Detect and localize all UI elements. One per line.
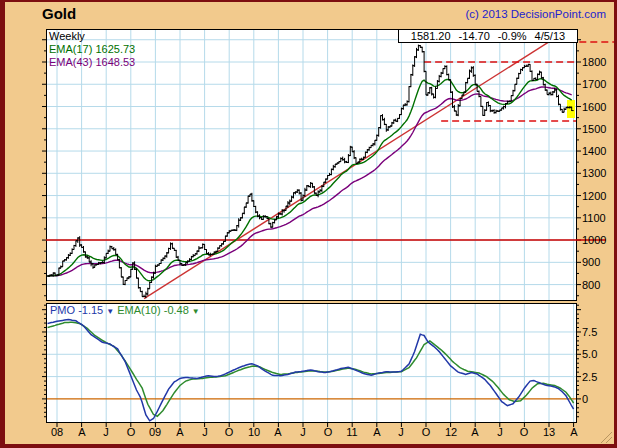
pmo-ema-label: EMA(10) <box>117 304 160 316</box>
quote-last: 1581.20 <box>411 30 451 42</box>
x-axis-label: 11 <box>342 426 362 438</box>
price-legend: Weekly EMA(17) 1625.73 EMA(43) 1648.53 <box>49 30 135 69</box>
resize-grip-icon[interactable] <box>599 431 613 444</box>
chart-title: Gold <box>42 5 76 22</box>
ema17-legend: EMA(17) 1625.73 <box>49 43 135 56</box>
ema43-legend: EMA(43) 1648.53 <box>49 56 135 69</box>
x-axis-label: J <box>391 426 411 438</box>
price-axis-label: 1300 <box>582 167 606 179</box>
pmo-axis-label: 0 <box>582 393 588 405</box>
x-axis-label: A <box>367 426 387 438</box>
x-axis-label: J <box>293 426 313 438</box>
pmo-legend: PMO -1.15 ▼ EMA(10) -0.48 ▼ <box>50 304 200 316</box>
quote-percent: -0.9% <box>498 30 527 42</box>
x-axis-label: O <box>219 426 239 438</box>
pmo-value: -1.15 <box>78 304 103 316</box>
price-axis-label: 1500 <box>582 123 606 135</box>
price-axis-label: 1200 <box>582 190 606 202</box>
x-axis-label: A <box>465 426 485 438</box>
x-axis-label: A <box>564 426 584 438</box>
x-axis-label: 09 <box>145 426 165 438</box>
last-quote-box: 1581.20-14.70-0.9%4/5/13 <box>398 29 578 43</box>
x-axis-label: A <box>72 426 92 438</box>
pmo-ema-down-arrow-icon: ▼ <box>192 307 200 316</box>
timeframe-label: Weekly <box>49 30 135 43</box>
x-axis-label: 08 <box>47 426 67 438</box>
x-axis-label: O <box>318 426 338 438</box>
pmo-axis-label: 2.5 <box>582 371 597 383</box>
price-axis-label: 900 <box>582 256 600 268</box>
x-axis-label: O <box>416 426 436 438</box>
price-axis-label: 1400 <box>582 145 606 157</box>
price-axis-label: 1800 <box>582 56 606 68</box>
x-axis-label: J <box>96 426 116 438</box>
price-axis-label: 1600 <box>582 101 606 113</box>
price-axis-label: 1100 <box>582 212 606 224</box>
x-axis-label: 13 <box>539 426 559 438</box>
price-axis-label: 1000 <box>582 234 606 246</box>
price-axis-label: 800 <box>582 279 600 291</box>
x-axis-label: 10 <box>244 426 264 438</box>
copyright-text: (c) 2013 DecisionPoint.com <box>465 8 606 20</box>
x-axis-label: J <box>490 426 510 438</box>
pmo-axis-label: 5.0 <box>582 348 597 360</box>
x-axis-label: A <box>170 426 190 438</box>
chart-window: Gold (c) 2013 DecisionPoint.com Weekly E… <box>0 0 617 448</box>
pmo-ema-value: -0.48 <box>164 304 189 316</box>
x-axis-label: O <box>121 426 141 438</box>
price-panel <box>46 29 577 301</box>
pmo-panel <box>46 303 577 423</box>
quote-change: -14.70 <box>459 30 490 42</box>
x-axis-label: O <box>514 426 534 438</box>
price-axis-label: 1700 <box>582 78 606 90</box>
pmo-label: PMO <box>50 304 75 316</box>
pmo-axis-label: 7.5 <box>582 326 597 338</box>
x-axis-label: A <box>268 426 288 438</box>
x-axis-label: 12 <box>441 426 461 438</box>
x-axis-label: J <box>195 426 215 438</box>
pmo-down-arrow-icon: ▼ <box>106 307 114 316</box>
quote-date: 4/5/13 <box>535 30 566 42</box>
